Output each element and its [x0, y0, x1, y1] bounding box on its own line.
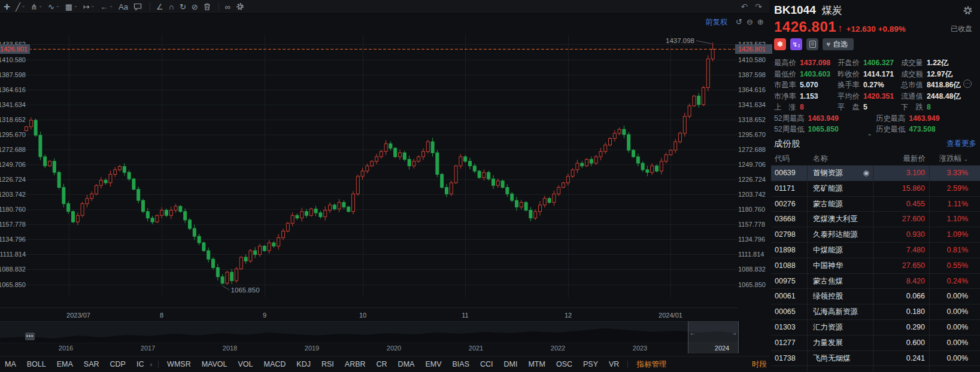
component-stock-row[interactable]: 00639首钢资源◉3.1003.33%: [771, 166, 980, 181]
arrow-tool-icon[interactable]: ←⌄: [100, 3, 113, 11]
component-stock-row[interactable]: 02798久泰邦达能源0.9301.09%: [771, 227, 980, 243]
indicator-expand-chevron-icon[interactable]: ›: [150, 361, 152, 368]
angle-tool-icon[interactable]: ∠: [156, 3, 163, 11]
indicator-manage-button[interactable]: 指标管理: [636, 359, 666, 370]
indicator-rsi[interactable]: RSI: [321, 360, 334, 368]
indicator-ma[interactable]: MA: [5, 360, 16, 368]
delete-drawings-tool-icon[interactable]: [204, 3, 211, 11]
period-button[interactable]: 时段: [752, 359, 767, 370]
move-tool-icon[interactable]: ✛: [4, 3, 10, 11]
y-axis-tick: 1272.688: [0, 146, 26, 154]
indicator-wmsr[interactable]: WMSR: [167, 360, 191, 368]
undo-icon[interactable]: ↶: [741, 2, 748, 11]
pitchfork-tool-icon[interactable]: ⋔⌄: [31, 3, 43, 11]
redo-icon[interactable]: ↷: [755, 2, 762, 11]
stat-value: 1.153: [800, 91, 818, 102]
indicator-vr[interactable]: VR: [609, 360, 619, 368]
indicator-boll[interactable]: BOLL: [27, 360, 46, 368]
stock-change-cell: [930, 366, 973, 372]
indicator-osc[interactable]: OSC: [556, 360, 572, 368]
magnet-tool-icon[interactable]: ∩: [169, 3, 174, 11]
component-stock-row[interactable]: 01171兖矿能源15.8602.59%: [771, 181, 980, 197]
component-stock-row[interactable]: 01738飞尚无烟煤0.2410.00%: [771, 351, 980, 367]
indicator-ic[interactable]: IC: [136, 360, 144, 368]
watching-eye-icon[interactable]: ◉: [863, 166, 869, 181]
candlestick-chart[interactable]: 1437.0981065.850: [0, 0, 738, 321]
column-header-pct[interactable]: 涨跌幅⌄: [930, 151, 973, 165]
navigator-handle[interactable]: •••: [25, 333, 35, 340]
level2-quote-badge-icon[interactable]: ↯₂: [790, 38, 802, 50]
stat-成交额: 成交额12.97亿: [901, 69, 978, 80]
indicator-dma[interactable]: DMA: [398, 360, 415, 368]
component-stock-row[interactable]: 00276蒙古能源0.4551.11%: [771, 197, 980, 212]
indicator-kdj[interactable]: KDJ: [296, 360, 311, 368]
navigator-selection-window[interactable]: ← →: [688, 321, 739, 353]
measure-tool-icon[interactable]: ↦⌄: [83, 3, 95, 11]
component-stock-row[interactable]: 01277力量发展0.6000.00%: [771, 336, 980, 351]
tool-dropdown-caret-icon[interactable]: ⌄: [74, 4, 78, 8]
indicator-macd[interactable]: MACD: [264, 360, 286, 368]
component-stock-row[interactable]: 00061绿领控股0.0660.00%: [771, 289, 980, 304]
indicator-psy[interactable]: PSY: [583, 360, 598, 368]
indicator-bias[interactable]: BIAS: [452, 360, 469, 368]
tool-dropdown-caret-icon[interactable]: ⌄: [22, 4, 26, 8]
component-stock-row[interactable]: [771, 366, 980, 372]
hide-drawings-tool-icon[interactable]: ⊘: [192, 3, 198, 11]
indicator-emv[interactable]: EMV: [425, 360, 441, 368]
stat-value: 1403.603: [800, 69, 830, 80]
trend-line-tool-icon[interactable]: ╱⌄: [16, 3, 26, 11]
panel-settings-gear-icon[interactable]: [963, 5, 973, 18]
indicator-arbr[interactable]: ARBR: [345, 360, 366, 368]
comment-tool-icon[interactable]: [134, 3, 142, 11]
tool-dropdown-caret-icon[interactable]: ⌄: [91, 4, 95, 8]
stock-change-cell: 1.11%: [930, 197, 973, 212]
tool-dropdown-caret-icon[interactable]: ⌄: [56, 4, 60, 8]
compare-tool-icon[interactable]: ∞: [225, 3, 230, 11]
indicator-vol[interactable]: VOL: [238, 360, 253, 368]
indicator-sar[interactable]: SAR: [84, 360, 99, 368]
stat-label: 成交量: [901, 57, 923, 69]
indicator-cr[interactable]: CR: [377, 360, 387, 368]
x-axis-tick: 9: [263, 312, 266, 319]
indicator-dmi[interactable]: DMI: [504, 360, 518, 368]
zoom-in-icon[interactable]: ⊕: [757, 17, 764, 26]
component-stock-row[interactable]: 00065弘海高新资源0.1800.00%: [771, 304, 980, 320]
tool-dropdown-caret-icon[interactable]: ⌄: [109, 4, 113, 8]
window-left-arrow-icon[interactable]: ←: [690, 330, 696, 336]
y-axis-tick: 1111.814: [738, 251, 770, 258]
reset-zoom-icon[interactable]: ↺: [736, 17, 742, 26]
y-axis-tick: 1295.670: [0, 131, 26, 139]
indicator-cdp[interactable]: CDP: [110, 360, 126, 368]
stats-row: 市盈率5.070换手率0.27%总市值8418.86亿⋯: [774, 80, 978, 91]
indicator-cci[interactable]: CCI: [480, 360, 493, 368]
stock-price-cell: 0.600: [873, 336, 930, 350]
component-stock-row[interactable]: 01088中国神华27.6500.55%: [771, 258, 980, 274]
window-right-arrow-icon[interactable]: →: [731, 330, 737, 336]
price-adjust-mode[interactable]: 前复权: [705, 17, 728, 28]
continuous-draw-tool-icon[interactable]: ↻: [180, 3, 186, 11]
stock-name: 煤炭: [822, 4, 842, 17]
component-stock-row[interactable]: 01303汇力资源0.2900.00%: [771, 320, 980, 336]
zoom-out-icon[interactable]: ⊖: [747, 17, 753, 26]
indicator-mtm[interactable]: MTM: [528, 360, 545, 368]
component-stock-row[interactable]: 00975蒙古焦煤8.4200.24%: [771, 274, 980, 289]
text-tool-icon[interactable]: Aa: [119, 3, 128, 11]
sort-caret-icon[interactable]: ⌄: [963, 156, 968, 162]
stat-label: 上 涨: [774, 102, 796, 113]
add-watchlist-button[interactable]: ♥自选: [823, 38, 854, 50]
stat-label: 昨收价: [838, 69, 860, 80]
indicator-mavol[interactable]: MAVOL: [202, 360, 227, 368]
timeline-navigator[interactable]: [0, 321, 738, 343]
component-stock-row[interactable]: 03668兖煤澳大利亚27.6001.10%: [771, 212, 980, 227]
wave-tool-icon[interactable]: ∿⌄: [48, 3, 60, 11]
stock-price-cell: 8.420: [873, 274, 930, 289]
pattern-tool-icon[interactable]: ▦⌄: [65, 3, 78, 11]
more-detail-icon[interactable]: ⋯: [963, 80, 972, 88]
see-more-link[interactable]: 查看更多: [946, 139, 976, 149]
indicator-ema[interactable]: EMA: [57, 360, 73, 368]
component-stock-row[interactable]: 01898中煤能源7.4800.81%: [771, 243, 980, 258]
tool-dropdown-caret-icon[interactable]: ⌄: [38, 4, 43, 8]
y-axis-tick: 1249.706: [0, 161, 26, 169]
drawing-settings-tool-icon[interactable]: [236, 2, 244, 11]
note-badge-icon[interactable]: [806, 38, 818, 50]
